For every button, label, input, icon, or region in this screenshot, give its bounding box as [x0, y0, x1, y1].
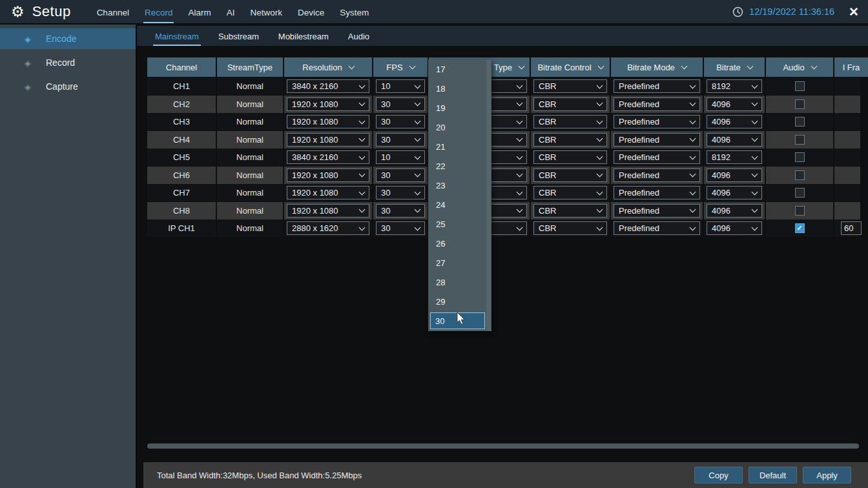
- audio-checkbox[interactable]: [795, 117, 805, 127]
- fps-option-25[interactable]: 25: [428, 214, 491, 234]
- fps-select[interactable]: 30: [376, 133, 425, 147]
- fps-option-28[interactable]: 28: [428, 272, 491, 292]
- bitrate-control-select[interactable]: CBR: [533, 204, 607, 218]
- fps-select[interactable]: 10: [376, 79, 425, 93]
- resolution-select[interactable]: 1920 x 1080: [287, 186, 369, 199]
- bitrate-select[interactable]: 4096: [707, 133, 762, 147]
- bitrate-select[interactable]: 4096: [707, 97, 762, 111]
- audio-checkbox[interactable]: [795, 99, 805, 109]
- column-header-audio[interactable]: Audio: [766, 57, 833, 77]
- bitrate-select[interactable]: 8192: [707, 150, 762, 164]
- tab-mobilestream[interactable]: Mobilestream: [276, 32, 331, 46]
- sidebar-item-capture[interactable]: ◈Capture: [0, 76, 136, 97]
- fps-option-20[interactable]: 20: [428, 117, 491, 137]
- audio-checkbox[interactable]: [795, 223, 805, 233]
- bitrate-select[interactable]: 4096: [707, 204, 762, 218]
- bitrate-mode-select[interactable]: Predefined: [614, 186, 700, 199]
- bitrate-mode-select[interactable]: Predefined: [614, 168, 700, 182]
- sidebar-item-encode[interactable]: ◈Encode: [0, 28, 136, 49]
- topnav-item-device[interactable]: Device: [296, 1, 326, 23]
- topnav-item-alarm[interactable]: Alarm: [187, 1, 212, 23]
- bitrate-control-select[interactable]: CBR: [533, 168, 607, 182]
- tab-substream[interactable]: Substream: [216, 32, 261, 46]
- bitrate-mode-select[interactable]: Predefined: [614, 221, 700, 235]
- topnav-item-record[interactable]: Record: [143, 1, 174, 23]
- dropdown-scrollbar[interactable]: [486, 60, 491, 330]
- fps-option-27[interactable]: 27: [428, 253, 491, 272]
- topnav-item-system[interactable]: System: [338, 1, 370, 23]
- fps-select[interactable]: 30: [376, 115, 425, 128]
- tab-audio[interactable]: Audio: [346, 32, 371, 46]
- fps-option-24[interactable]: 24: [428, 195, 491, 214]
- horizontal-scrollbar[interactable]: [147, 443, 859, 449]
- bitrate-select[interactable]: 4096: [707, 186, 762, 199]
- chevron-down-icon: [752, 82, 758, 88]
- audio-checkbox[interactable]: [795, 152, 805, 162]
- bitrate-mode-select[interactable]: Predefined: [614, 79, 700, 93]
- resolution-select[interactable]: 3840 x 2160: [287, 150, 369, 164]
- close-icon[interactable]: ✕: [849, 6, 859, 18]
- audio-checkbox[interactable]: [795, 206, 805, 216]
- bitrate-control-select[interactable]: CBR: [533, 150, 607, 164]
- bitrate-select[interactable]: 4096: [707, 168, 762, 182]
- resolution-select[interactable]: 2880 x 1620: [287, 221, 369, 235]
- resolution-select[interactable]: 1920 x 1080: [287, 204, 369, 218]
- tab-mainstream[interactable]: Mainstream: [153, 32, 201, 46]
- topnav-item-network[interactable]: Network: [249, 1, 284, 23]
- audio-checkbox[interactable]: [795, 188, 805, 198]
- fps-option-18[interactable]: 18: [428, 79, 491, 98]
- fps-option-26[interactable]: 26: [428, 234, 491, 253]
- column-header-resolution[interactable]: Resolution: [284, 57, 372, 77]
- fps-select[interactable]: 30: [376, 186, 425, 199]
- copy-button[interactable]: Copy: [694, 467, 743, 483]
- fps-option-21[interactable]: 21: [428, 137, 491, 156]
- fps-option-29[interactable]: 29: [428, 292, 491, 311]
- apply-button[interactable]: Apply: [803, 467, 851, 483]
- bitrate-mode-value: Predefined: [619, 152, 659, 162]
- column-header-bitrate-mode[interactable]: Bitrate Mode: [611, 57, 703, 77]
- bitrate-control-select[interactable]: CBR: [533, 221, 607, 235]
- resolution-select[interactable]: 1920 x 1080: [287, 133, 369, 147]
- audio-checkbox[interactable]: [795, 81, 805, 91]
- column-header-bitrate[interactable]: Bitrate: [704, 57, 765, 77]
- fps-select[interactable]: 10: [376, 150, 425, 164]
- chevron-down-icon: [415, 188, 421, 195]
- fps-option-19[interactable]: 19: [428, 98, 491, 117]
- fps-select[interactable]: 30: [376, 204, 425, 218]
- default-button[interactable]: Default: [749, 467, 797, 483]
- bitrate-mode-select[interactable]: Predefined: [614, 97, 700, 111]
- sidebar-item-record[interactable]: ◈Record: [0, 52, 136, 73]
- topnav-item-channel[interactable]: Channel: [96, 1, 130, 23]
- resolution-select[interactable]: 1920 x 1080: [287, 97, 369, 111]
- resolution-select[interactable]: 1920 x 1080: [287, 115, 369, 128]
- bitrate-control-select[interactable]: CBR: [533, 115, 607, 128]
- bitrate-mode-value: Predefined: [619, 99, 659, 109]
- column-header-label: Bitrate: [716, 63, 741, 72]
- bitrate-control-select[interactable]: CBR: [533, 79, 607, 93]
- audio-checkbox[interactable]: [795, 135, 805, 145]
- bitrate-mode-select[interactable]: Predefined: [614, 204, 700, 218]
- audio-checkbox[interactable]: [795, 170, 805, 180]
- iframe-interval-input[interactable]: [841, 221, 862, 235]
- bitrate-select[interactable]: 8192: [707, 79, 762, 93]
- resolution-select[interactable]: 3840 x 2160: [287, 79, 369, 93]
- bitrate-mode-select[interactable]: Predefined: [614, 150, 700, 164]
- bitrate-control-select[interactable]: CBR: [533, 186, 607, 199]
- topnav-item-ai[interactable]: AI: [225, 1, 236, 23]
- bitrate-mode-select[interactable]: Predefined: [614, 133, 700, 147]
- resolution-select[interactable]: 1920 x 1080: [287, 168, 369, 182]
- fps-option-22[interactable]: 22: [428, 156, 491, 176]
- bitrate-control-select[interactable]: CBR: [533, 97, 607, 111]
- fps-select[interactable]: 30: [376, 97, 425, 111]
- chevron-down-icon: [752, 224, 758, 230]
- bitrate-select[interactable]: 4096: [707, 221, 762, 235]
- fps-option-23[interactable]: 23: [428, 176, 491, 195]
- fps-select[interactable]: 30: [376, 221, 425, 235]
- column-header-fps[interactable]: FPS: [373, 57, 428, 77]
- bitrate-control-select[interactable]: CBR: [533, 133, 607, 147]
- bitrate-select[interactable]: 4096: [707, 115, 762, 128]
- bitrate-mode-select[interactable]: Predefined: [614, 115, 700, 128]
- column-header-bitrate-control[interactable]: Bitrate Control: [531, 57, 610, 77]
- fps-select[interactable]: 30: [376, 168, 425, 182]
- fps-option-17[interactable]: 17: [428, 59, 491, 79]
